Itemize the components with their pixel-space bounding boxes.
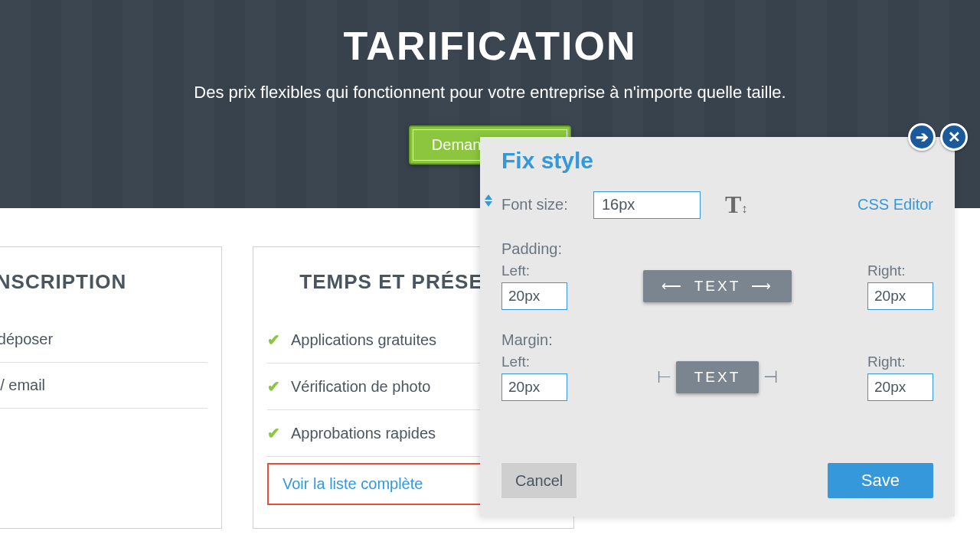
spinner-down-icon[interactable]	[485, 201, 492, 207]
panel-title: Fix style	[501, 148, 933, 174]
padding-label: Padding:	[501, 240, 933, 258]
margin-left-input[interactable]	[501, 373, 567, 401]
panel-controls: ➔ ✕	[908, 123, 968, 151]
margin-bracket-left-icon: ⊢	[657, 367, 671, 387]
feature-item: face glisser-déposer	[0, 317, 207, 363]
margin-preview: ⊢ TEXT ⊣	[657, 361, 779, 393]
check-icon: ✔	[267, 424, 280, 442]
page-subtitle: Des prix flexibles qui fonctionnent pour…	[0, 83, 980, 103]
card-inscription: NSCRIPTION face glisser-déposer ier par …	[0, 246, 222, 529]
close-icon: ✕	[948, 128, 961, 146]
font-size-input[interactable]	[593, 191, 701, 219]
font-size-label: Font size:	[501, 196, 578, 214]
check-icon: ✔	[267, 377, 280, 396]
margin-right-label: Right:	[867, 354, 933, 370]
margin-bracket-right-icon: ⊣	[763, 367, 778, 387]
feature-item: ier par SMS / email	[0, 363, 207, 409]
arrow-left-icon: ⟵	[662, 278, 684, 295]
text-size-icon: T↕	[725, 191, 747, 219]
card-title: NSCRIPTION	[0, 270, 207, 294]
padding-left-input[interactable]	[501, 282, 567, 310]
margin-left-label: Left:	[501, 354, 567, 370]
padding-left-label: Left:	[501, 262, 567, 279]
arrow-right-circle-icon: ➔	[916, 128, 929, 146]
page-title: TARIFICATION	[0, 23, 980, 69]
close-button[interactable]: ✕	[940, 123, 968, 151]
margin-label: Margin:	[501, 331, 933, 349]
spinner-up-icon[interactable]	[485, 194, 492, 200]
padding-preview: ⟵ TEXT ⟶	[643, 270, 792, 302]
cancel-button[interactable]: Cancel	[501, 463, 577, 498]
fix-style-panel: Fix style Font size: T↕ CSS Editor Paddi…	[480, 137, 955, 517]
next-button[interactable]: ➔	[908, 123, 936, 151]
css-editor-link[interactable]: CSS Editor	[858, 196, 933, 214]
margin-right-input[interactable]	[867, 373, 933, 401]
check-icon: ✔	[267, 331, 280, 349]
padding-right-label: Right:	[867, 262, 933, 279]
padding-right-input[interactable]	[867, 282, 933, 310]
save-button[interactable]: Save	[828, 463, 933, 498]
feature-item: èles faciles	[0, 409, 207, 454]
arrow-right-icon: ⟶	[751, 278, 773, 295]
font-size-spinner[interactable]	[485, 194, 498, 217]
